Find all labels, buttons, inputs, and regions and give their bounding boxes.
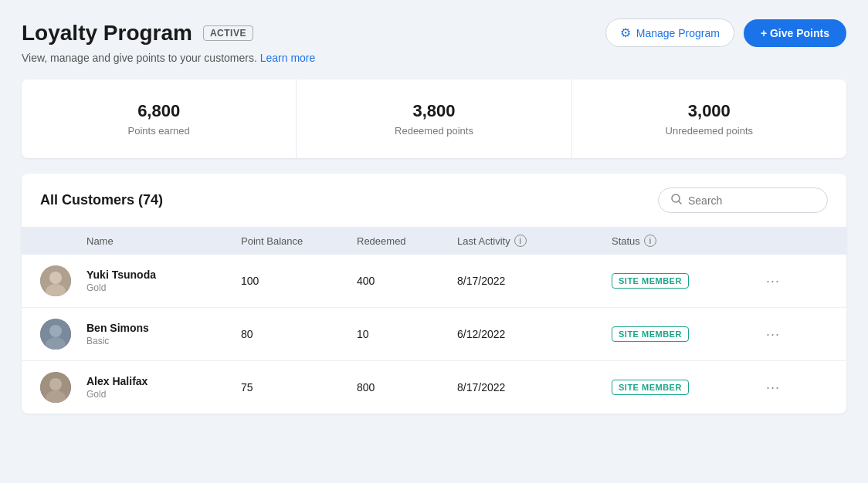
manage-program-label: Manage Program [636,27,720,39]
stat-points-earned: 6,800 Points earned [22,79,297,158]
stat-unredeemed-points: 3,000 Unredeemed points [572,79,846,158]
svg-line-1 [679,201,681,204]
more-button[interactable]: ··· [766,273,780,289]
redeemed-points-label: Redeemed points [297,125,571,137]
customer-name: Alex Halifax [86,375,241,387]
header-right: ⚙ Manage Program + Give Points [605,19,846,47]
point-balance: 100 [241,275,357,287]
avatar-ben [40,319,71,350]
customer-tier: Gold [86,282,241,293]
col-name: Name [86,235,241,247]
status-cell: SITE MEMBER [612,326,766,342]
customer-tier: Gold [86,389,241,400]
status-badge: SITE MEMBER [612,273,689,289]
col-last-activity: Last Activity i [457,235,612,247]
points-earned-value: 6,800 [22,101,296,121]
customer-name: Ben Simons [86,322,241,334]
redeemed-value: 400 [357,275,457,287]
search-icon [671,194,682,207]
customer-info: Alex Halifax Gold [86,375,241,400]
stat-redeemed-points: 3,800 Redeemed points [297,79,571,158]
more-actions[interactable]: ··· [766,380,812,396]
give-points-button[interactable]: + Give Points [744,19,846,47]
avatar [40,319,86,350]
customers-header: All Customers (74) [22,174,846,227]
subtitle: View, manage and give points to your cus… [22,52,846,64]
col-status: Status i [612,235,766,247]
manage-program-button[interactable]: ⚙ Manage Program [605,19,734,47]
customer-info: Yuki Tsunoda Gold [86,269,241,293]
more-button[interactable]: ··· [766,326,780,343]
col-redeemed: Redeemed [357,235,457,247]
redeemed-value: 800 [357,381,457,393]
unredeemed-points-value: 3,000 [572,101,846,121]
svg-point-9 [49,378,62,390]
col-point-balance: Point Balance [241,235,357,247]
active-badge: ACTIVE [203,25,253,41]
give-points-label: + Give Points [761,27,829,39]
point-balance: 80 [241,328,357,340]
customers-title: All Customers (74) [40,192,163,208]
status-info-icon[interactable]: i [644,235,656,247]
avatar-yuki [40,265,71,296]
table-row: Ben Simons Basic 80 10 6/12/2022 SITE ME… [22,308,846,361]
avatar [40,265,86,296]
status-cell: SITE MEMBER [612,380,766,395]
point-balance: 75 [241,381,357,393]
svg-point-3 [49,272,62,284]
learn-more-link[interactable]: Learn more [260,52,316,64]
svg-point-6 [49,325,62,337]
more-actions[interactable]: ··· [766,273,812,289]
last-activity: 6/12/2022 [457,328,612,340]
customer-name: Yuki Tsunoda [86,269,241,281]
avatar-alex [40,372,71,403]
more-actions[interactable]: ··· [766,326,812,343]
avatar [40,372,86,403]
table-row: Yuki Tsunoda Gold 100 400 8/17/2022 SITE… [22,255,846,308]
page-title: Loyalty Program [22,21,192,46]
stats-card: 6,800 Points earned 3,800 Redeemed point… [22,79,846,158]
search-box[interactable] [658,187,828,213]
more-button[interactable]: ··· [766,380,780,396]
customers-section: All Customers (74) Name Point Balance [22,174,846,414]
unredeemed-points-label: Unredeemed points [572,125,846,137]
customer-info: Ben Simons Basic [86,322,241,346]
status-cell: SITE MEMBER [612,273,766,289]
last-activity-info-icon[interactable]: i [514,235,527,247]
customer-tier: Basic [86,336,241,346]
status-badge: SITE MEMBER [612,326,689,342]
last-activity: 8/17/2022 [457,275,612,287]
page-header: Loyalty Program ACTIVE ⚙ Manage Program … [22,19,846,47]
table-row: Alex Halifax Gold 75 800 8/17/2022 SITE … [22,361,846,414]
gear-icon: ⚙ [620,25,631,40]
last-activity: 8/17/2022 [457,381,612,393]
header-left: Loyalty Program ACTIVE [22,21,253,46]
status-badge: SITE MEMBER [612,380,689,395]
redeemed-points-value: 3,800 [297,101,571,121]
table-header: Name Point Balance Redeemed Last Activit… [22,227,846,255]
redeemed-value: 10 [357,328,457,340]
search-input[interactable] [688,194,815,207]
points-earned-label: Points earned [22,125,296,137]
